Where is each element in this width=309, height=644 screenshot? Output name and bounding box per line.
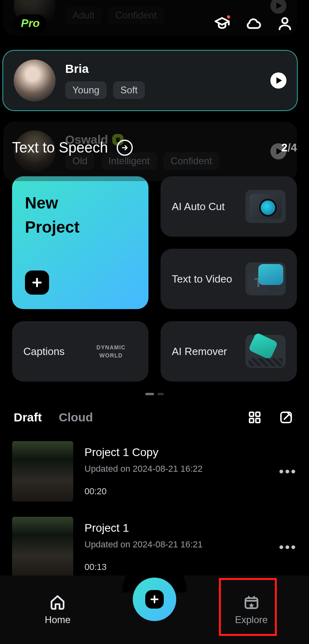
project-thumbnail <box>12 517 73 577</box>
profile-icon[interactable] <box>277 15 293 31</box>
plus-icon <box>25 270 49 295</box>
tools-grid: New Project AI Auto Cut Text to Video Ca… <box>12 176 297 382</box>
auto-cut-icon <box>245 190 286 223</box>
avatar <box>14 60 56 101</box>
voice-list: Bria Young Soft Oswald♛ Old Intelligent … <box>3 51 297 192</box>
tab-draft[interactable]: Draft <box>14 411 42 424</box>
nav-home[interactable]: Home <box>17 594 98 625</box>
project-thumbnail <box>12 441 73 502</box>
svg-point-0 <box>282 18 287 23</box>
project-title: Project 1 Copy <box>84 446 268 459</box>
text-to-video-button[interactable]: Text to Video <box>161 249 297 309</box>
nav-create-button[interactable] <box>133 578 176 621</box>
voice-tag: Young <box>65 81 107 99</box>
voice-name: Bria <box>65 62 89 76</box>
nav-explore[interactable]: Explore <box>211 594 292 625</box>
captions-icon: DYNAMIC WORLD <box>85 335 137 368</box>
project-meta: Updated on 2024-08-21 16:22 <box>84 464 268 474</box>
voice-tag: Soft <box>113 81 145 99</box>
tab-cloud[interactable]: Cloud <box>59 411 93 424</box>
top-header: Pro <box>0 11 309 35</box>
learn-icon[interactable] <box>214 15 230 31</box>
notification-dot <box>226 14 231 19</box>
svg-rect-4 <box>256 419 260 423</box>
project-title: Project 1 <box>84 522 268 535</box>
svg-rect-1 <box>249 412 253 416</box>
drafts-header: Draft Cloud <box>14 411 293 424</box>
svg-rect-3 <box>249 419 253 423</box>
new-project-button[interactable]: New Project <box>12 176 148 309</box>
plus-icon <box>145 590 164 609</box>
edit-icon[interactable] <box>279 411 293 424</box>
cloud-icon[interactable] <box>245 15 262 31</box>
text-to-speech-link[interactable]: Text to Speech <box>12 139 133 156</box>
bottom-nav: Home Explore <box>0 576 309 644</box>
voice-name: Marcus <box>65 0 107 1</box>
svg-rect-2 <box>256 412 260 416</box>
text-to-video-icon <box>245 262 286 295</box>
grid-view-icon[interactable] <box>248 411 262 424</box>
pro-badge[interactable]: Pro <box>14 14 46 32</box>
play-icon[interactable] <box>270 72 286 89</box>
ai-remover-icon <box>245 335 286 368</box>
project-meta: Updated on 2024-08-21 16:21 <box>84 539 268 550</box>
arrow-right-icon <box>117 140 133 156</box>
section-header: Text to Speech 2/4 <box>12 139 297 156</box>
project-item[interactable]: Project 1 Copy Updated on 2024-08-21 16:… <box>12 441 297 502</box>
voice-card-bria[interactable]: Bria Young Soft <box>3 51 297 110</box>
section-counter: 2/4 <box>281 141 297 154</box>
ai-remover-button[interactable]: AI Remover <box>161 321 297 382</box>
project-duration: 00:20 <box>84 486 268 497</box>
captions-button[interactable]: Captions DYNAMIC WORLD <box>12 321 148 382</box>
page-indicator <box>0 393 309 395</box>
